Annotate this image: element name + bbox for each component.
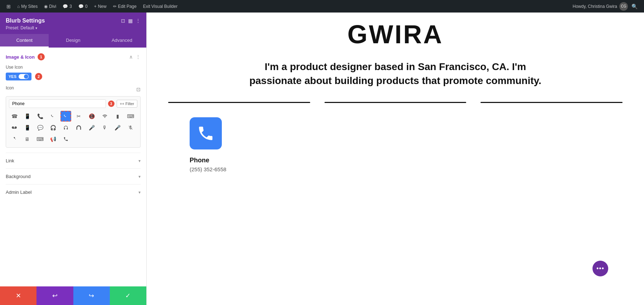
blurb-phone-number: (255) 352-6558 xyxy=(190,166,226,172)
toggle-slider xyxy=(19,74,29,79)
image-icon-badge: 1 xyxy=(38,53,45,60)
tab-design[interactable]: Design xyxy=(49,34,97,48)
wp-admin-bar: ⊞ ⌂ My Sites ◉ Divi 💬 3 💬 0 + New ✏ Edit… xyxy=(0,0,644,13)
new-item[interactable]: + New xyxy=(91,0,109,13)
comments-item[interactable]: 💬 3 xyxy=(60,0,75,13)
icon-picker-box: 3 + + Filter ☎ 📱 📞 xyxy=(6,96,141,148)
dots-icon: ••• xyxy=(596,265,604,272)
blurb-section: Phone (255) 352-6558 xyxy=(168,117,623,172)
admin-search-button[interactable]: 🔍 xyxy=(629,4,640,9)
link-title: Link xyxy=(6,158,14,163)
divi-item[interactable]: ◉ Divi xyxy=(41,0,59,13)
icon-desktop[interactable]: 🖥 xyxy=(22,134,33,144)
background-section-header[interactable]: Background ▾ xyxy=(6,174,141,179)
image-icon-title: Image & Icon xyxy=(6,54,35,60)
cancel-button[interactable]: ✕ xyxy=(0,286,36,305)
preset-dropdown[interactable]: Preset: Default ▾ xyxy=(6,25,141,30)
icon-chat[interactable]: 💬 xyxy=(35,122,45,133)
panel-tabs: Content Design Advanced xyxy=(0,34,146,48)
site-title: GWIRA xyxy=(168,20,623,49)
admin-label-chevron-icon: ▾ xyxy=(138,190,141,195)
icon-phone-receiver[interactable]: 📞 xyxy=(35,111,45,122)
icon-speaker[interactable]: 📢 xyxy=(48,134,58,144)
icon-mic-off[interactable] xyxy=(125,122,136,133)
home-icon: ⌂ xyxy=(17,4,20,9)
icon-headphones2[interactable] xyxy=(60,122,71,133)
icon-phone-off[interactable]: 📵 xyxy=(87,111,97,122)
icon-no-phone[interactable]: ✂ xyxy=(73,111,84,122)
background-title: Background xyxy=(6,174,30,179)
my-sites-item[interactable]: ⌂ My Sites xyxy=(14,0,40,13)
use-icon-toggle-row: YES 2 xyxy=(6,73,141,80)
icon-phone-classic[interactable]: ☎ xyxy=(9,111,20,122)
redo-icon: ↪ xyxy=(89,292,94,300)
svg-rect-0 xyxy=(63,114,68,119)
filter-button[interactable]: + + Filter xyxy=(117,100,137,108)
layout-icon[interactable]: ▦ xyxy=(128,18,133,24)
save-button[interactable]: ✓ xyxy=(110,286,146,305)
section-more-icon[interactable]: ⋮ xyxy=(136,54,141,60)
use-icon-label: Use Icon xyxy=(6,65,141,70)
icon-search-input[interactable] xyxy=(9,99,106,108)
icon-phone-paused[interactable] xyxy=(60,134,71,144)
background-chevron-icon: ▾ xyxy=(138,174,141,179)
icon-mic1[interactable]: 🎤 xyxy=(87,122,97,133)
icon-keyboard[interactable]: ⌨ xyxy=(125,111,136,122)
admin-label-section: Admin Label ▾ xyxy=(6,184,141,200)
comment-icon: 💬 xyxy=(63,4,68,9)
icon-headphones3[interactable] xyxy=(73,122,84,133)
icon-grid: ☎ 📱 📞 ✂ 📵 ▮ xyxy=(9,111,137,144)
bottom-action-bar: ✕ ↩ ↪ ✓ xyxy=(0,286,146,305)
plus-icon: + xyxy=(94,4,97,9)
undo-button[interactable]: ↩ xyxy=(36,286,73,305)
icon-headphones1[interactable]: 🎧 xyxy=(48,122,58,133)
more-options-icon[interactable]: ⋮ xyxy=(136,18,141,24)
main-layout: Blurb Settings ⊡ ▦ ⋮ Preset: Default ▾ C… xyxy=(0,13,644,305)
tab-content[interactable]: Content xyxy=(0,34,49,48)
icon-voicemail[interactable] xyxy=(9,122,20,133)
use-icon-toggle[interactable]: YES xyxy=(6,73,31,80)
exit-visual-builder-item[interactable]: Exit Visual Builder xyxy=(140,0,181,13)
icon-signal[interactable] xyxy=(99,111,110,122)
howdy-text: Howdy, Christina Gwira CG xyxy=(573,2,628,11)
comment2-icon: 💬 xyxy=(78,4,84,9)
divider-left xyxy=(168,102,310,103)
blurb-title: Phone xyxy=(190,157,209,164)
icon-mobile[interactable]: 📱 xyxy=(22,111,33,122)
tab-advanced[interactable]: Advanced xyxy=(98,34,146,48)
link-section: Link ▾ xyxy=(6,153,141,168)
icon-phone-call-selected[interactable] xyxy=(60,111,71,122)
avatar: CG xyxy=(619,2,628,11)
expand-icon-button[interactable]: ⊡ xyxy=(136,87,141,92)
icon-picker-section: Icon ⊡ 3 + + Filter ☎ xyxy=(6,85,141,148)
redo-button[interactable]: ↪ xyxy=(73,286,110,305)
collapse-icon[interactable]: ∧ xyxy=(129,54,133,60)
link-section-header[interactable]: Link ▾ xyxy=(6,158,141,163)
icon-phone2[interactable]: 📱 xyxy=(22,122,33,133)
icon-keyboard2[interactable]: ⌨ xyxy=(35,134,45,144)
icon-mic-off2[interactable] xyxy=(9,134,20,144)
toggle-badge: 2 xyxy=(35,73,42,80)
admin-label-header[interactable]: Admin Label ▾ xyxy=(6,190,141,195)
divider-row xyxy=(168,102,623,103)
icon-mic2[interactable]: 🎙 xyxy=(99,122,110,133)
cancel-icon: ✕ xyxy=(16,292,21,300)
link-chevron-icon: ▾ xyxy=(138,158,141,163)
edit-page-item[interactable]: ✏ Edit Page xyxy=(110,0,140,13)
responsive-icon[interactable]: ⊡ xyxy=(121,18,125,24)
icon-phone-vibrate[interactable] xyxy=(48,111,58,122)
toggle-yes-label: YES xyxy=(9,74,16,79)
admin-label-title: Admin Label xyxy=(6,190,31,195)
phone-blurb-icon xyxy=(197,124,215,142)
panel-header: Blurb Settings ⊡ ▦ ⋮ Preset: Default ▾ xyxy=(0,13,146,34)
comment-zero-item[interactable]: 💬 0 xyxy=(75,0,91,13)
panel-content: Image & Icon 1 ∧ ⋮ Use Icon YES 2 xyxy=(0,48,146,286)
icon-tablet[interactable]: ▮ xyxy=(112,111,123,122)
floating-dots-button[interactable]: ••• xyxy=(592,261,608,276)
bio-text: I'm a product designer based in San Fran… xyxy=(249,60,542,88)
panel-title: Blurb Settings xyxy=(6,18,45,24)
canvas-area: GWIRA I'm a product designer based in Sa… xyxy=(147,13,644,305)
wp-logo-item[interactable]: ⊞ xyxy=(4,0,14,13)
icon-mic3[interactable]: 🎤 xyxy=(112,122,123,133)
undo-icon: ↩ xyxy=(52,292,58,300)
